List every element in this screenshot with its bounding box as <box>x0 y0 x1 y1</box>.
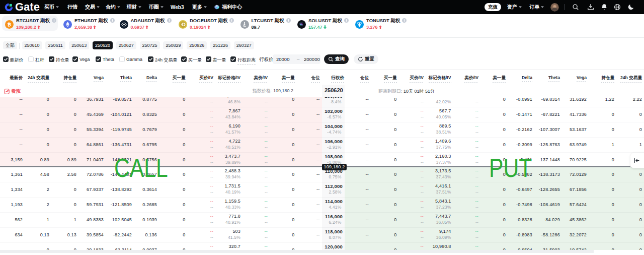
svg-text:₿: ₿ <box>7 22 11 27</box>
